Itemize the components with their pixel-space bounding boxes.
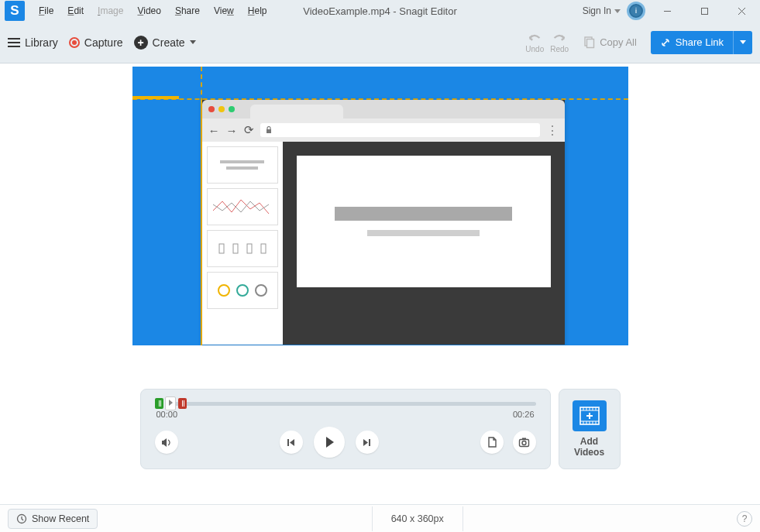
close-button[interactable] xyxy=(726,1,757,21)
menu-bar: File Edit Image Video Share View Help xyxy=(33,4,273,18)
undo-label: Undo xyxy=(525,45,544,53)
create-label: Create xyxy=(153,36,185,49)
add-videos-label: AddVideos xyxy=(574,436,604,458)
time-start: 00:00 xyxy=(156,410,178,419)
svg-point-12 xyxy=(237,285,248,296)
reload-icon: ⟳ xyxy=(244,123,254,137)
video-player: 00:00 00:26 xyxy=(140,389,551,469)
svg-rect-9 xyxy=(247,244,252,253)
menu-file[interactable]: File xyxy=(33,4,60,18)
clock-icon xyxy=(16,513,27,524)
menu-file-label: ile xyxy=(44,5,53,16)
capture-button[interactable]: Capture xyxy=(69,36,123,49)
menu-video[interactable]: Video xyxy=(131,4,167,18)
plus-icon: + xyxy=(134,36,148,50)
camera-icon xyxy=(518,437,530,448)
link-icon xyxy=(660,37,671,48)
menu-help[interactable]: Help xyxy=(242,4,273,18)
next-frame-icon xyxy=(362,438,372,448)
video-canvas[interactable]: ← → ⟳ ⋮ xyxy=(132,67,628,345)
library-label: Library xyxy=(25,36,58,49)
back-icon: ← xyxy=(208,124,220,137)
redo-label: Redo xyxy=(550,45,569,53)
svg-point-11 xyxy=(218,285,229,296)
traffic-light-red xyxy=(208,106,215,112)
svg-rect-1 xyxy=(701,8,707,14)
svg-point-17 xyxy=(522,441,526,445)
export-frame-button[interactable] xyxy=(480,431,504,454)
time-end: 00:26 xyxy=(513,410,535,419)
show-recent-button[interactable]: Show Recent xyxy=(8,509,98,529)
svg-rect-18 xyxy=(522,438,526,440)
svg-rect-14 xyxy=(287,439,289,446)
chevron-down-icon xyxy=(740,40,746,44)
menu-view[interactable]: View xyxy=(208,4,240,18)
next-frame-button[interactable] xyxy=(356,431,379,454)
dimensions-display: 640 x 360px xyxy=(372,506,463,531)
timeline[interactable] xyxy=(155,399,536,408)
playhead[interactable] xyxy=(165,396,176,410)
menu-edit[interactable]: Edit xyxy=(61,4,90,18)
play-button[interactable] xyxy=(314,427,345,458)
help-badge[interactable]: i xyxy=(627,2,645,20)
trim-end-handle[interactable] xyxy=(178,398,187,409)
copy-all-label: Copy All xyxy=(600,36,637,48)
statusbar: Show Recent 640 x 360px ? xyxy=(0,504,760,532)
volume-icon xyxy=(160,437,172,448)
copy-all-button[interactable]: Copy All xyxy=(575,32,645,53)
slide-thumbnails xyxy=(202,142,283,345)
svg-rect-6 xyxy=(267,129,271,133)
menu-share[interactable]: Share xyxy=(169,4,206,18)
svg-rect-8 xyxy=(233,244,238,253)
player-row: 00:00 00:26 xyxy=(140,389,621,469)
help-button[interactable]: ? xyxy=(737,511,752,527)
record-icon xyxy=(69,37,80,48)
volume-button[interactable] xyxy=(155,431,178,454)
undo-button[interactable]: Undo xyxy=(525,31,544,53)
svg-point-13 xyxy=(256,285,267,296)
slide-thumb xyxy=(207,230,278,267)
sign-in-label: Sign In xyxy=(583,5,611,16)
sign-in-button[interactable]: Sign In xyxy=(583,5,621,16)
add-videos-button[interactable]: AddVideos xyxy=(559,389,621,469)
snapshot-button[interactable] xyxy=(513,431,536,454)
titlebar: S File Edit Image Video Share View Help … xyxy=(0,0,760,22)
slide-thumb xyxy=(207,188,278,225)
slide-thumb xyxy=(207,272,278,309)
forward-icon: → xyxy=(226,124,238,137)
minimize-button[interactable] xyxy=(652,1,683,21)
trim-start-handle[interactable] xyxy=(155,398,163,409)
window-title: VideoExample.mp4 - Snagit Editor xyxy=(303,5,456,17)
file-icon xyxy=(487,437,497,448)
show-recent-label: Show Recent xyxy=(32,513,89,524)
timeline-track xyxy=(166,402,536,406)
prev-frame-icon xyxy=(286,438,296,448)
traffic-light-yellow xyxy=(218,106,225,112)
browser-content xyxy=(283,142,565,345)
maximize-button[interactable] xyxy=(689,1,720,21)
lock-icon xyxy=(265,126,273,134)
browser-mockup: ← → ⟳ ⋮ xyxy=(202,100,565,345)
hamburger-icon xyxy=(8,38,20,47)
more-icon: ⋮ xyxy=(546,123,559,138)
toolbar: Library Capture + Create Undo Redo Copy … xyxy=(0,22,760,63)
prev-frame-button[interactable] xyxy=(280,431,303,454)
guide-horizontal-solid xyxy=(132,96,179,99)
library-button[interactable]: Library xyxy=(8,36,58,49)
traffic-light-green xyxy=(229,106,235,112)
svg-rect-5 xyxy=(587,39,594,47)
svg-rect-15 xyxy=(369,439,370,446)
create-button[interactable]: + Create xyxy=(134,36,196,50)
svg-rect-7 xyxy=(219,244,224,253)
share-link-label: Share Link xyxy=(676,36,724,48)
play-icon xyxy=(322,435,336,449)
chevron-down-icon xyxy=(190,40,196,44)
address-bar xyxy=(260,123,540,137)
menu-image: Image xyxy=(91,4,129,18)
share-dropdown[interactable] xyxy=(733,31,752,54)
canvas-area: ← → ⟳ ⋮ xyxy=(0,63,760,504)
add-videos-icon xyxy=(573,400,607,431)
share-link-button[interactable]: Share Link xyxy=(651,31,752,54)
redo-button[interactable]: Redo xyxy=(550,31,569,53)
app-logo: S xyxy=(5,1,25,21)
